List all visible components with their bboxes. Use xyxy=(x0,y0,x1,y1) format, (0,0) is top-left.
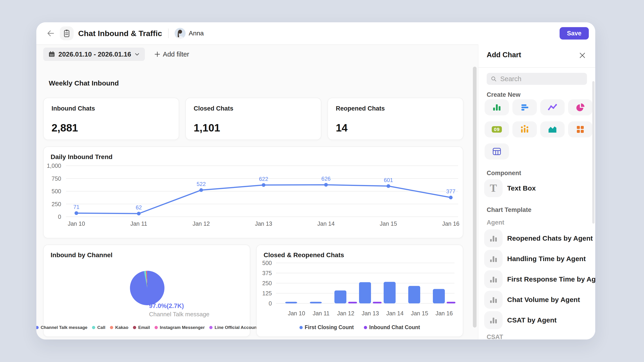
stat-label: Closed Chats xyxy=(194,105,313,112)
create-line-chart-button[interactable] xyxy=(540,99,565,115)
template-handling-time-by-agent[interactable]: Handling Time by Agent xyxy=(484,250,591,268)
chevron-down-icon xyxy=(134,51,140,57)
template-first-response-time-by-agent[interactable]: First Response Time by Agent xyxy=(484,270,591,288)
filter-row: 2026.01.10 - 2026.01.16 Add filter xyxy=(43,47,189,61)
header-divider xyxy=(168,28,168,38)
panel-title: Add Chart xyxy=(487,51,521,59)
date-range-filter[interactable]: 2026.01.10 - 2026.01.16 xyxy=(43,47,145,61)
horizontal-bar-chart-icon xyxy=(520,102,530,112)
close-button[interactable] xyxy=(578,51,586,59)
svg-text:626: 626 xyxy=(321,176,330,182)
calendar-icon xyxy=(48,51,55,58)
report-icon xyxy=(60,26,74,40)
area-chart-icon xyxy=(548,124,558,134)
legend-item: First Closing Count xyxy=(300,324,354,331)
svg-text:250: 250 xyxy=(262,280,272,286)
svg-text:Jan 10: Jan 10 xyxy=(68,220,85,227)
close-icon xyxy=(579,52,586,59)
svg-text:Jan 13: Jan 13 xyxy=(255,220,272,227)
legend-item: Inbound Chat Count xyxy=(364,324,420,331)
stat-label: Inbound Chats xyxy=(52,105,171,112)
user-name: Anna xyxy=(189,30,204,37)
stat-value: 1,101 xyxy=(194,122,313,134)
bar-chart-icon xyxy=(484,229,502,247)
pie-callout-value: 97.0%(2.7K) xyxy=(149,303,184,310)
svg-text:Jan 15: Jan 15 xyxy=(411,310,428,317)
svg-text:Jan 12: Jan 12 xyxy=(192,220,210,227)
create-table-button[interactable] xyxy=(484,143,509,159)
main-scrollbar[interactable] xyxy=(473,67,476,328)
closed-reopened-bar-chart: 0125250375500Jan 10Jan 11Jan 12Jan 13Jan… xyxy=(260,257,459,319)
stat-value: 2,881 xyxy=(52,122,171,134)
search-icon xyxy=(491,76,496,82)
avatar xyxy=(174,28,186,39)
back-button[interactable] xyxy=(46,28,56,38)
sidebar-scrollbar[interactable] xyxy=(592,81,594,224)
create-pie-chart-button[interactable] xyxy=(568,99,592,115)
page-title: Chat Inbound & Traffic xyxy=(78,29,162,38)
create-number-metric-button[interactable]: 09 xyxy=(484,121,509,137)
stat-card-reopened-chats: Reopened Chats 14 xyxy=(328,98,464,140)
svg-text:622: 622 xyxy=(259,176,268,182)
bar-chart-icon xyxy=(484,311,502,329)
add-filter-button[interactable]: Add filter xyxy=(154,50,189,58)
stat-card-inbound-chats: Inbound Chats 2,881 xyxy=(43,98,179,140)
svg-text:125: 125 xyxy=(262,290,272,297)
create-new-label: Create New xyxy=(487,91,520,98)
save-button[interactable]: Save xyxy=(560,27,589,39)
create-area-chart-button[interactable] xyxy=(540,121,565,137)
legend-item: Call xyxy=(92,325,105,330)
chart-title: Inbound by Channel xyxy=(50,251,112,259)
legend-item: Channel Talk message xyxy=(36,325,88,330)
header: Chat Inbound & Traffic Anna Save xyxy=(36,22,595,44)
plus-icon xyxy=(154,51,160,57)
line-chart-icon xyxy=(548,102,558,112)
dashboard-window: Chat Inbound & Traffic Anna Save xyxy=(36,22,595,340)
panel-divider xyxy=(478,67,595,68)
svg-text:250: 250 xyxy=(52,201,61,207)
vertical-bar-chart-icon xyxy=(492,102,502,112)
svg-text:Jan 11: Jan 11 xyxy=(130,220,147,227)
heatmap-icon xyxy=(575,124,585,134)
svg-text:Jan 16: Jan 16 xyxy=(436,310,453,317)
template-chat-volume-by-agent[interactable]: Chat Volume by Agent xyxy=(484,291,591,309)
inbound-by-channel-card: Inbound by Channel 97.0%(2.7K) Channel T… xyxy=(43,245,250,337)
create-distribution-chart-button[interactable] xyxy=(512,121,537,137)
svg-text:1,000: 1,000 xyxy=(47,162,61,169)
search-box[interactable] xyxy=(487,73,587,85)
svg-text:377: 377 xyxy=(446,188,456,194)
pie-callout-label: Channel Talk message xyxy=(149,311,210,318)
closed-reopened-chats-card: Closed & Reopened Chats 0125250375500Jan… xyxy=(256,245,463,337)
component-label: Component xyxy=(487,170,521,177)
legend-item: Line Official Account xyxy=(209,325,258,330)
svg-text:Jan 11: Jan 11 xyxy=(312,310,329,317)
back-arrow-icon xyxy=(46,29,55,38)
svg-text:Jan 10: Jan 10 xyxy=(288,310,305,317)
group-label-csat: CSAT xyxy=(487,334,503,340)
svg-text:522: 522 xyxy=(197,181,206,187)
group-label-agent: Agent xyxy=(487,219,504,226)
svg-text:375: 375 xyxy=(262,270,272,276)
distribution-chart-icon xyxy=(520,124,530,134)
template-reopened-chats-by-agent[interactable]: Reopened Chats by Agent xyxy=(484,229,591,247)
svg-text:Jan 12: Jan 12 xyxy=(337,310,354,317)
create-vertical-bar-chart-button[interactable] xyxy=(484,99,509,115)
component-text-box[interactable]: T Text Box xyxy=(484,179,591,197)
inbound-by-channel-pie xyxy=(130,271,164,305)
create-heatmap-button[interactable] xyxy=(568,121,592,137)
table-icon xyxy=(492,146,502,157)
bar-chart-icon xyxy=(484,250,502,268)
svg-text:Jan 14: Jan 14 xyxy=(386,310,404,317)
chart-title: Daily Inbound Trend xyxy=(50,153,112,161)
svg-text:Jan 16: Jan 16 xyxy=(442,220,459,227)
create-horizontal-bar-chart-button[interactable] xyxy=(512,99,537,115)
bar-chart-icon xyxy=(484,291,502,309)
template-csat-by-agent[interactable]: CSAT by Agent xyxy=(484,311,591,329)
svg-text:500: 500 xyxy=(262,260,272,266)
legend-item: Kakao xyxy=(110,325,128,330)
svg-text:Jan 13: Jan 13 xyxy=(362,310,379,317)
search-input[interactable] xyxy=(500,75,583,83)
stat-label: Reopened Chats xyxy=(336,105,455,112)
svg-text:750: 750 xyxy=(52,175,61,182)
dashboard-canvas: 2026.01.10 - 2026.01.16 Add filter Weekl… xyxy=(36,44,478,340)
